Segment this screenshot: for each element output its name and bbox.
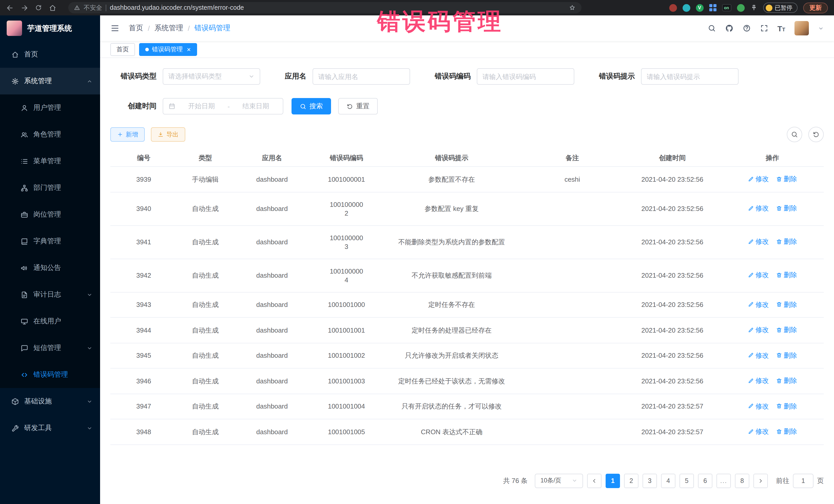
paused-badge-label: 已暂停 — [775, 4, 792, 12]
edit-link[interactable]: 修改 — [748, 351, 769, 359]
sidebar-item-sms[interactable]: 短信管理 — [0, 335, 100, 361]
tab-error-code[interactable]: 错误码管理 × — [139, 43, 197, 56]
pagination-more-button[interactable]: ... — [717, 474, 731, 488]
sidebar-item-dict[interactable]: 字典管理 — [0, 228, 100, 255]
breadcrumb-item-home[interactable]: 首页 — [129, 24, 143, 33]
user-avatar[interactable] — [794, 21, 809, 36]
header-search-icon[interactable] — [707, 24, 716, 32]
extension-icon-red[interactable] — [669, 4, 677, 12]
page-button-3[interactable]: 3 — [642, 474, 657, 488]
extension-icon-grid[interactable] — [709, 4, 716, 11]
page-size-value: 10条/页 — [541, 476, 561, 485]
page-button-6[interactable]: 6 — [698, 474, 712, 488]
edit-link[interactable]: 修改 — [748, 427, 769, 436]
bookmark-star-icon[interactable] — [569, 4, 576, 11]
extension-icon-on[interactable]: on — [722, 4, 731, 11]
page-button-4[interactable]: 4 — [661, 474, 675, 488]
error-hint-input[interactable] — [647, 73, 733, 80]
show-search-toggle-button[interactable] — [787, 127, 802, 142]
goto-prefix: 前往 — [776, 476, 789, 485]
page-button-5[interactable]: 5 — [680, 474, 694, 488]
reset-button[interactable]: 重置 — [338, 98, 378, 114]
app-name-input[interactable] — [318, 73, 404, 80]
sidebar-item-post[interactable]: 岗位管理 — [0, 201, 100, 228]
delete-link[interactable]: 删除 — [776, 325, 797, 334]
prev-page-button[interactable] — [587, 474, 601, 488]
edit-icon — [748, 239, 754, 245]
cell-time: 2021-04-20 23:52:57 — [623, 420, 721, 444]
paused-badge[interactable]: 已暂停 — [763, 3, 797, 13]
close-tab-icon[interactable]: × — [187, 46, 191, 52]
error-type-select[interactable]: 请选择错误码类型 — [163, 68, 260, 85]
sidebar-item-online-user[interactable]: 在线用户 — [0, 308, 100, 335]
table-row: 3948自动生成dashboard1001001005CRON 表达式不正确20… — [110, 419, 824, 445]
edit-link[interactable]: 修改 — [748, 204, 769, 213]
extension-icon-paw[interactable] — [737, 4, 744, 12]
sidebar-item-notice[interactable]: 通知公告 — [0, 255, 100, 281]
search-button[interactable]: 搜索 — [291, 98, 331, 114]
sidebar-item-audit-log[interactable]: 审计日志 — [0, 281, 100, 308]
edit-link[interactable]: 修改 — [748, 300, 769, 309]
sidebar-item-menu[interactable]: 菜单管理 — [0, 148, 100, 175]
browser-home-icon[interactable] — [49, 4, 57, 12]
reset-button-label: 重置 — [356, 102, 370, 111]
goto-page-input[interactable] — [793, 474, 813, 488]
delete-link[interactable]: 删除 — [776, 401, 797, 410]
column-header-id: 编号 — [110, 153, 177, 162]
edit-link[interactable]: 修改 — [748, 376, 769, 385]
delete-link[interactable]: 删除 — [776, 427, 797, 436]
logo[interactable]: 芋道管理系统 — [0, 15, 100, 41]
font-size-icon[interactable]: TT — [777, 24, 785, 32]
delete-link[interactable]: 删除 — [776, 300, 797, 309]
delete-link[interactable]: 删除 — [776, 376, 797, 385]
help-icon[interactable] — [742, 24, 751, 32]
page-size-select[interactable]: 10条/页 — [535, 474, 583, 488]
address-bar[interactable]: 不安全 dashboard.yudao.iocoder.cn/system/er… — [68, 2, 581, 13]
breadcrumb-item-system[interactable]: 系统管理 — [154, 24, 183, 33]
not-secure-warning-icon[interactable] — [74, 5, 80, 11]
goto-suffix: 页 — [817, 476, 824, 485]
export-button[interactable]: 导出 — [151, 127, 185, 141]
sidebar-item-role[interactable]: 角色管理 — [0, 121, 100, 148]
extension-icon-teal[interactable] — [682, 4, 690, 12]
filter-row-2: 创建时间 开始日期 - 结束日期 搜索 重置 — [110, 98, 824, 114]
avatar-caret-down-icon[interactable] — [818, 25, 824, 31]
fullscreen-icon[interactable] — [760, 24, 768, 32]
refresh-table-button[interactable] — [808, 127, 824, 142]
page-button-2[interactable]: 2 — [624, 474, 638, 488]
extension-icon-v[interactable]: V — [696, 4, 703, 12]
delete-link[interactable]: 删除 — [776, 175, 797, 183]
edit-link[interactable]: 修改 — [748, 237, 769, 246]
browser-forward-icon[interactable] — [21, 4, 28, 12]
page-button-8[interactable]: 8 — [735, 474, 749, 488]
page-button-1[interactable]: 1 — [606, 474, 620, 488]
sidebar-item-devtool[interactable]: 研发工具 — [0, 415, 100, 441]
error-code-input[interactable] — [482, 73, 569, 80]
sidebar-item-home[interactable]: 首页 — [0, 41, 100, 68]
cell-time: 2021-04-20 23:52:56 — [623, 230, 721, 254]
delete-link[interactable]: 删除 — [776, 351, 797, 359]
browser-reload-icon[interactable] — [35, 4, 42, 11]
cell-app: dashboard — [234, 420, 310, 444]
delete-link[interactable]: 删除 — [776, 237, 797, 246]
delete-link[interactable]: 删除 — [776, 204, 797, 213]
edit-link[interactable]: 修改 — [748, 175, 769, 183]
sidebar-item-infra[interactable]: 基础设施 — [0, 388, 100, 415]
update-button[interactable]: 更新 — [803, 2, 828, 13]
sidebar-item-system[interactable]: 系统管理 — [0, 68, 100, 94]
edit-link[interactable]: 修改 — [748, 325, 769, 334]
tab-home[interactable]: 首页 — [110, 43, 135, 56]
edit-link[interactable]: 修改 — [748, 401, 769, 410]
sidebar-item-user[interactable]: 用户管理 — [0, 94, 100, 121]
sidebar-item-error-code[interactable]: 错误码管理 — [0, 361, 100, 388]
sidebar-item-dept[interactable]: 部门管理 — [0, 175, 100, 201]
delete-link[interactable]: 删除 — [776, 271, 797, 280]
collapse-sidebar-button[interactable] — [110, 24, 119, 33]
edit-link[interactable]: 修改 — [748, 271, 769, 280]
browser-back-icon[interactable] — [6, 4, 14, 12]
github-icon[interactable] — [725, 24, 733, 32]
date-range-picker[interactable]: 开始日期 - 结束日期 — [163, 98, 283, 114]
next-page-button[interactable] — [753, 474, 768, 488]
add-button[interactable]: 新增 — [110, 127, 145, 141]
extensions-pin-icon[interactable] — [750, 4, 757, 11]
